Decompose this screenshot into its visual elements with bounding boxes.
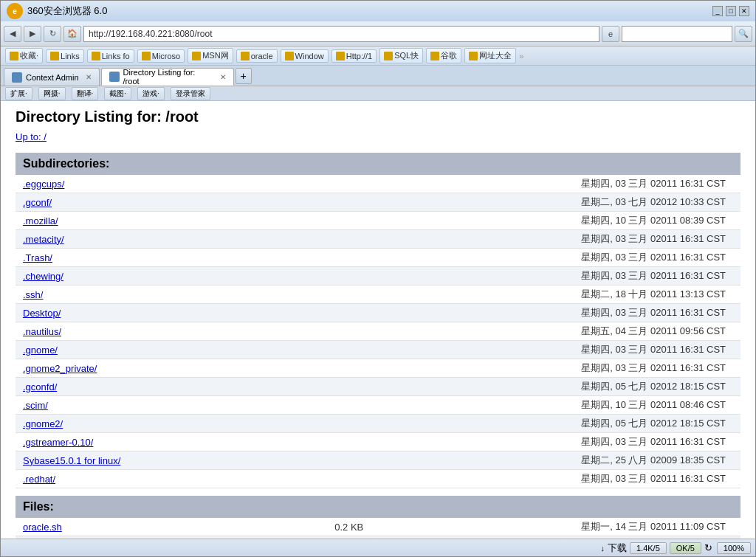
subdir-name[interactable]: .mozilla/ xyxy=(16,212,307,230)
subdir-date: 星期二, 03 七月 02012 10:33 CST xyxy=(307,193,740,212)
bookmark-links-fo[interactable]: Links fo xyxy=(87,49,134,63)
tab-close-context[interactable]: ✕ xyxy=(86,73,92,81)
tab-directory[interactable]: Directory Listing for: /root ✕ xyxy=(101,68,234,86)
subdir-date: 星期五, 04 三月 02011 09:56 CST xyxy=(307,322,740,341)
status-btn-screenshot[interactable]: 截图· xyxy=(104,87,131,100)
file-date: 星期一, 14 三月 02011 11:06 CST xyxy=(371,536,740,539)
table-row: .eggcups/ 星期四, 03 三月 02011 16:31 CST xyxy=(16,175,740,193)
bookmark-favorites[interactable]: 收藏· xyxy=(5,48,43,63)
subdir-name[interactable]: Sybase15.0.1 for linux/ xyxy=(16,452,307,470)
subdir-name[interactable]: .ssh/ xyxy=(16,286,307,304)
subdir-name[interactable]: .redhat/ xyxy=(16,470,307,488)
browser-window: e 360安全浏览器 6.0 _ □ ✕ ◀ ▶ ↻ 🏠 http://192.… xyxy=(0,0,756,557)
title-bar-controls: _ □ ✕ xyxy=(712,6,749,16)
bookmark-microso[interactable]: Microsо xyxy=(137,49,185,63)
subdir-date: 星期四, 10 三月 02011 08:46 CST xyxy=(307,396,740,415)
maximize-button[interactable]: □ xyxy=(726,6,736,16)
subdir-name[interactable]: .chewing/ xyxy=(16,267,307,286)
subdir-date: 星期四, 05 七月 02012 18:15 CST xyxy=(307,378,740,396)
tab-icon-directory xyxy=(109,72,120,82)
subdir-date: 星期四, 03 三月 02011 16:31 CST xyxy=(307,304,740,322)
file-name[interactable]: oracle.sh xyxy=(16,518,274,536)
subdir-date: 星期四, 03 三月 02011 16:31 CST xyxy=(307,341,740,359)
bookmark-google[interactable]: 谷歌 xyxy=(426,48,461,63)
file-size: 0.1 KB xyxy=(274,536,371,539)
status-btn-network[interactable]: 网摄· xyxy=(38,87,66,100)
bookmark-oracle[interactable]: oracle xyxy=(236,49,278,63)
title-bar: e 360安全浏览器 6.0 _ □ ✕ xyxy=(1,1,755,21)
refresh-icon-status[interactable]: ↻ xyxy=(704,542,712,553)
bookmark-site[interactable]: 网址大全 xyxy=(464,48,516,63)
subdir-name[interactable]: .gnome2/ xyxy=(16,415,307,433)
status-btn-game[interactable]: 游戏· xyxy=(137,87,165,100)
subdir-name[interactable]: .scim/ xyxy=(16,396,307,415)
table-row: oracle_stop.sh 0.1 KB 星期一, 14 三月 02011 1… xyxy=(16,536,740,539)
table-row: .gnome2/ 星期四, 05 七月 02012 18:15 CST xyxy=(16,415,740,433)
subdir-name[interactable]: .gnome/ xyxy=(16,341,307,359)
subdir-date: 星期四, 03 三月 02011 16:31 CST xyxy=(307,433,740,452)
subdir-date: 星期四, 03 三月 02011 16:31 CST xyxy=(307,175,740,193)
browser-logo: e xyxy=(7,3,23,19)
subdirectories-header: Subdirectories: xyxy=(16,153,740,175)
tab-context-admin[interactable]: Context Admin ✕ xyxy=(4,68,100,86)
search-button[interactable]: 🔍 xyxy=(735,26,752,42)
file-size: 0.2 KB xyxy=(274,518,371,536)
status-bar: ↓ 下载 1.4K/5 OK/5 ↻ 100% xyxy=(1,539,755,556)
page-content: Directory Listing for: /root Up to: / Su… xyxy=(1,101,755,539)
bookmark-http1[interactable]: Http://1 xyxy=(331,49,377,63)
ok-label[interactable]: OK/5 xyxy=(670,542,701,554)
nav-bar: ◀ ▶ ↻ 🏠 http://192.168.40.221:8080/root … xyxy=(1,21,755,46)
subdir-name[interactable]: .gnome2_private/ xyxy=(16,359,307,378)
table-row: Desktop/ 星期四, 03 三月 02011 16:31 CST xyxy=(16,304,740,322)
download-label: 下载 xyxy=(608,542,627,555)
subdir-name[interactable]: .eggcups/ xyxy=(16,175,307,193)
tab-close-directory[interactable]: ✕ xyxy=(220,73,226,81)
table-row: .mozilla/ 星期四, 10 三月 02011 08:39 CST xyxy=(16,212,740,230)
table-row: .scim/ 星期四, 10 三月 02011 08:46 CST xyxy=(16,396,740,415)
refresh-button[interactable]: ↻ xyxy=(44,26,61,42)
status-buttons-bar: 扩展· 网摄· 翻译· 截图· 游戏· 登录管家 xyxy=(1,86,755,101)
subdir-name[interactable]: .gconfd/ xyxy=(16,378,307,396)
subdir-date: 星期四, 03 三月 02011 16:31 CST xyxy=(307,470,740,488)
home-button[interactable]: 🏠 xyxy=(63,26,81,42)
table-row: .gnome/ 星期四, 03 三月 02011 16:31 CST xyxy=(16,341,740,359)
bookmark-msn[interactable]: MSN网 xyxy=(188,48,233,63)
close-button[interactable]: ✕ xyxy=(739,6,749,16)
table-row: Sybase15.0.1 for linux/ 星期二, 25 八月 02009… xyxy=(16,452,740,470)
search-input[interactable] xyxy=(622,26,732,42)
zoom-control[interactable]: 100% xyxy=(717,542,751,554)
status-bar-right: ↓ 下载 1.4K/5 OK/5 ↻ 100% xyxy=(600,542,751,555)
status-btn-translate[interactable]: 翻译· xyxy=(72,87,99,100)
subdir-date: 星期四, 03 三月 02011 16:31 CST xyxy=(307,359,740,378)
file-name[interactable]: oracle_stop.sh xyxy=(16,536,274,539)
subdir-date: 星期四, 10 三月 02011 08:39 CST xyxy=(307,212,740,230)
tab-label-context: Context Admin xyxy=(26,73,79,82)
tabs-bar: Context Admin ✕ Directory Listing for: /… xyxy=(1,66,755,86)
address-bar[interactable]: http://192.168.40.221:8080/root xyxy=(83,26,599,42)
table-row: .gstreamer-0.10/ 星期四, 03 三月 02011 16:31 … xyxy=(16,433,740,452)
subdir-date: 星期二, 25 八月 02009 18:35 CST xyxy=(307,452,740,470)
status-btn-extend[interactable]: 扩展· xyxy=(5,87,32,100)
bookmark-links[interactable]: Links xyxy=(46,49,84,63)
go-button[interactable]: e xyxy=(602,26,619,42)
bookmark-window[interactable]: Window xyxy=(281,49,329,63)
subdir-name[interactable]: Desktop/ xyxy=(16,304,307,322)
page-title: Directory Listing for: /root xyxy=(16,108,740,125)
back-button[interactable]: ◀ xyxy=(4,26,21,42)
subdir-date: 星期二, 18 十月 02011 13:13 CST xyxy=(307,286,740,304)
progress-label[interactable]: 1.4K/5 xyxy=(630,542,667,554)
table-row: .ssh/ 星期二, 18 十月 02011 13:13 CST xyxy=(16,286,740,304)
subdir-name[interactable]: .gstreamer-0.10/ xyxy=(16,433,307,452)
minimize-button[interactable]: _ xyxy=(712,6,723,16)
tab-add-button[interactable]: + xyxy=(236,68,252,84)
status-progress: ↓ 下载 1.4K/5 OK/5 ↻ xyxy=(600,542,712,555)
bookmarks-bar: 收藏· Links Links fo Microsо MSN网 oracle W… xyxy=(1,46,755,66)
subdir-name[interactable]: .Trash/ xyxy=(16,249,307,267)
bookmark-sql[interactable]: SQL快 xyxy=(379,48,423,63)
subdir-name[interactable]: .nautilus/ xyxy=(16,322,307,341)
status-btn-login[interactable]: 登录管家 xyxy=(171,87,210,100)
uplink[interactable]: Up to: / xyxy=(16,131,740,142)
subdir-name[interactable]: .metacity/ xyxy=(16,230,307,249)
forward-button[interactable]: ▶ xyxy=(24,26,41,42)
subdir-name[interactable]: .gconf/ xyxy=(16,193,307,212)
